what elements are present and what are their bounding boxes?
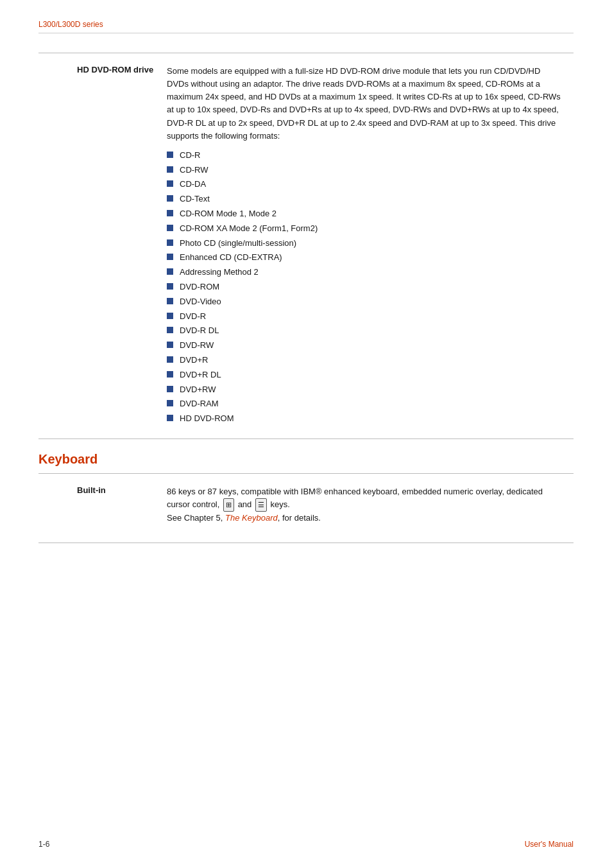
keyboard-section-heading: Keyboard: [38, 439, 574, 473]
list-item: Enhanced CD (CD-EXTRA): [167, 251, 561, 265]
list-item: Addressing Method 2: [167, 266, 561, 279]
bullet-icon: [167, 254, 173, 260]
list-item-text: CD-Text: [180, 193, 210, 206]
built-in-desc: 86 keys or 87 keys, compatible with IBM®…: [167, 485, 561, 525]
list-item-text: DVD-RW: [180, 339, 214, 352]
list-item: Photo CD (single/multi-session): [167, 237, 561, 250]
hd-dvd-rom-row: HD DVD-ROM drive Some models are equippe…: [38, 53, 574, 439]
hd-dvd-rom-label-col: HD DVD-ROM drive: [38, 65, 167, 427]
bullet-icon: [167, 239, 173, 246]
list-item-text: DVD+R: [180, 354, 208, 367]
list-item-text: DVD+R DL: [180, 369, 221, 382]
built-in-text-4: See Chapter 5,: [167, 513, 223, 523]
list-item: DVD-R: [167, 310, 561, 324]
formats-list: CD-RCD-RWCD-DACD-TextCD-ROM Mode 1, Mode…: [167, 149, 561, 426]
menu-key-icon: ☰: [255, 498, 267, 512]
footer: 1-6 User's Manual: [38, 840, 574, 849]
list-item: HD DVD-ROM: [167, 412, 561, 426]
list-item: CD-ROM XA Mode 2 (Form1, Form2): [167, 222, 561, 236]
bullet-icon: [167, 195, 173, 202]
hd-dvd-rom-desc-col: Some models are equipped with a full-siz…: [167, 65, 574, 427]
list-item-text: DVD-ROM: [180, 281, 219, 294]
list-item: DVD-Video: [167, 295, 561, 309]
list-item-text: DVD-R DL: [180, 324, 219, 338]
bullet-icon: [167, 152, 173, 158]
list-item: DVD+RW: [167, 383, 561, 397]
bullet-icon: [167, 342, 173, 348]
list-item-text: Photo CD (single/multi-session): [180, 237, 296, 250]
built-in-text-3: keys.: [271, 499, 290, 509]
built-in-text-5: , for details.: [278, 513, 321, 523]
built-in-row: Built-in 86 keys or 87 keys, compatible …: [38, 474, 574, 543]
list-item-text: DVD+RW: [180, 383, 216, 397]
windows-key-icon: ⊞: [223, 498, 234, 512]
bullet-icon: [167, 283, 173, 290]
list-item: DVD-R DL: [167, 324, 561, 338]
list-item: DVD-RW: [167, 339, 561, 352]
hd-dvd-rom-label: HD DVD-ROM drive: [77, 65, 153, 74]
built-in-desc-col: 86 keys or 87 keys, compatible with IBM®…: [167, 485, 574, 531]
list-item-text: CD-DA: [180, 178, 206, 191]
list-item-text: DVD-RAM: [180, 397, 219, 411]
bullet-icon: [167, 371, 173, 378]
bullet-icon: [167, 386, 173, 392]
list-item-text: HD DVD-ROM: [180, 412, 234, 426]
bullet-icon: [167, 268, 173, 275]
list-item: DVD-RAM: [167, 397, 561, 411]
list-item: DVD-ROM: [167, 281, 561, 294]
list-item: CD-R: [167, 149, 561, 162]
list-item-text: CD-RW: [180, 164, 208, 177]
bullet-icon: [167, 166, 173, 173]
list-item-text: CD-ROM XA Mode 2 (Form1, Form2): [180, 222, 318, 236]
breadcrumb: L300/L300D series: [38, 19, 574, 33]
bullet-icon: [167, 415, 173, 421]
built-in-label-col: Built-in: [38, 485, 167, 531]
bullet-icon: [167, 210, 173, 216]
breadcrumb-text: L300/L300D series: [38, 20, 103, 29]
hd-dvd-rom-description: Some models are equipped with a full-siz…: [167, 65, 561, 143]
bullet-icon: [167, 400, 173, 406]
list-item-text: CD-R: [180, 149, 201, 162]
list-item: CD-RW: [167, 164, 561, 177]
bullet-icon: [167, 356, 173, 363]
list-item-text: Enhanced CD (CD-EXTRA): [180, 251, 282, 265]
built-in-label: Built-in: [77, 485, 106, 495]
page-number: 1-6: [38, 840, 49, 849]
bullet-icon: [167, 313, 173, 319]
bullet-icon: [167, 225, 173, 231]
list-item: CD-Text: [167, 193, 561, 206]
list-item: CD-ROM Mode 1, Mode 2: [167, 207, 561, 221]
list-item-text: DVD-Video: [180, 295, 221, 309]
list-item-text: CD-ROM Mode 1, Mode 2: [180, 207, 276, 221]
list-item-text: DVD-R: [180, 310, 206, 324]
bullet-icon: [167, 298, 173, 304]
bullet-icon: [167, 180, 173, 187]
list-item-text: Addressing Method 2: [180, 266, 259, 279]
manual-label: User's Manual: [525, 840, 574, 849]
built-in-text-2: and: [238, 499, 252, 509]
list-item: CD-DA: [167, 178, 561, 191]
bullet-icon: [167, 327, 173, 333]
list-item: DVD+R DL: [167, 369, 561, 382]
page: L300/L300D series HD DVD-ROM drive Some …: [0, 0, 612, 868]
keyboard-link[interactable]: The Keyboard: [225, 513, 278, 523]
list-item: DVD+R: [167, 354, 561, 367]
